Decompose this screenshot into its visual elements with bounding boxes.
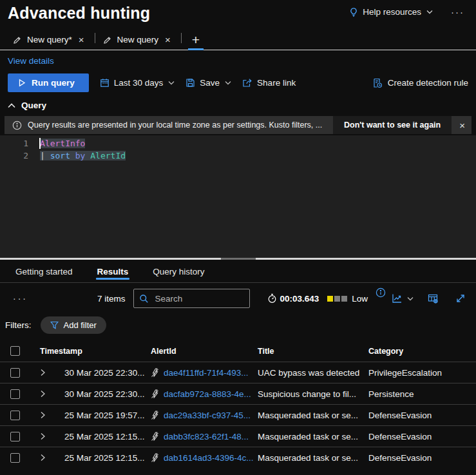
query-tab-strip: New query* × New query × + (0, 30, 476, 50)
row-checkbox[interactable] (10, 411, 20, 420)
table-row[interactable]: 25 Mar 2025 19:57... dac29a33bf-c937-45.… (0, 404, 476, 425)
text-caret (39, 138, 41, 149)
query-pencil-icon (103, 35, 112, 44)
column-header-category[interactable]: Category (368, 347, 476, 356)
cell-category: PrivilegeEscalation (368, 368, 476, 378)
line-code: AlertInfo (40, 137, 85, 150)
usage-square-on (327, 296, 333, 302)
resource-usage-indicator (327, 296, 347, 302)
banner-dismiss-button[interactable]: Don't want to see it again (333, 116, 452, 134)
flash-icon (151, 411, 159, 420)
duration-value: 00:03.643 (280, 294, 319, 304)
alert-id-link[interactable]: dabb3fc823-62f1-48... (164, 432, 249, 441)
chevron-up-icon (8, 103, 15, 108)
save-label: Save (200, 78, 220, 88)
line-number: 2 (0, 150, 40, 162)
resource-usage-label: Low (352, 294, 368, 304)
row-checkbox[interactable] (10, 453, 20, 463)
calendar-icon (100, 78, 109, 88)
cell-timestamp: 25 Mar 2025 12:15... (64, 432, 151, 441)
alert-id-link[interactable]: dac29a33bf-c937-45... (164, 411, 251, 420)
flash-icon (151, 368, 159, 378)
usage-info-icon[interactable] (376, 287, 386, 298)
table-row[interactable]: 30 Mar 2025 22:30... dae4f11ffd-71f4-493… (0, 362, 476, 383)
run-query-label: Run query (32, 78, 75, 88)
add-tab-button[interactable]: + (184, 34, 207, 50)
search-box[interactable] (133, 289, 250, 308)
time-range-dropdown[interactable]: Last 30 days (100, 78, 175, 88)
results-tab-query-history[interactable]: Query history (151, 267, 205, 282)
column-header-timestamp[interactable]: Timestamp (40, 347, 151, 356)
alert-id-link[interactable]: dacfab972a-8883-4e... (164, 389, 251, 399)
expand-row-chevron-icon[interactable] (40, 369, 49, 376)
alert-id-link[interactable]: dae4f11ffd-71f4-493... (164, 368, 249, 378)
items-count: 7 items (97, 294, 126, 304)
table-row[interactable]: 30 Mar 2025 22:30... dacfab972a-8883-4e.… (0, 383, 476, 404)
banner-close-icon[interactable]: × (452, 120, 471, 131)
more-options-button[interactable]: ··· (448, 6, 467, 17)
view-details-link[interactable]: View details (8, 56, 54, 66)
query-tab-label: New query (117, 35, 159, 44)
run-query-button[interactable]: Run query (8, 73, 89, 92)
filters-row: Filters: Add filter (0, 314, 476, 340)
query-section-toggle[interactable]: Query (8, 101, 468, 110)
stopwatch-icon (267, 293, 277, 304)
cell-timestamp: 25 Mar 2025 12:15... (64, 453, 151, 463)
table-row[interactable]: 25 Mar 2025 12:15... dabb3fc823-62f1-48.… (0, 425, 476, 447)
customize-columns-icon[interactable] (428, 293, 439, 304)
results-view-icons (392, 293, 466, 304)
expand-view-icon[interactable] (455, 293, 466, 304)
column-header-title[interactable]: Title (258, 347, 368, 356)
chart-view-dropdown[interactable] (392, 293, 414, 304)
cell-title: UAC bypass was detected (258, 368, 368, 378)
close-tab-icon[interactable]: × (77, 35, 86, 44)
alert-id-link[interactable]: dab1614ad3-4396-4c... (164, 453, 254, 463)
line-code: | sort by AlertId (40, 150, 126, 162)
cell-category: DefenseEvasion (368, 432, 476, 441)
close-tab-icon[interactable]: × (164, 35, 172, 44)
page-title: Advanced hunting (8, 4, 150, 23)
share-icon (242, 78, 252, 88)
chevron-down-icon (407, 296, 414, 301)
line-chart-icon (392, 293, 403, 304)
search-input[interactable] (154, 293, 231, 304)
cell-title: Masqueraded task or se... (258, 453, 368, 463)
expand-row-chevron-icon[interactable] (40, 411, 49, 419)
query-tab[interactable]: New query* × (8, 35, 92, 50)
tab-separator (95, 33, 95, 43)
results-tab-getting-started[interactable]: Getting started (14, 267, 74, 282)
splitter-grip-handle[interactable] (221, 258, 256, 260)
cell-category: Persistence (368, 389, 476, 399)
save-dropdown[interactable]: Save (186, 78, 231, 88)
header-actions: Help resources ··· (348, 6, 467, 17)
results-tab-results[interactable]: Results (96, 267, 130, 282)
query-section-label: Query (21, 101, 46, 110)
flash-icon (151, 453, 159, 463)
expand-row-chevron-icon[interactable] (40, 432, 49, 440)
add-filter-button[interactable]: Add filter (41, 316, 106, 334)
column-header-alertid[interactable]: AlertId (151, 347, 258, 356)
cell-timestamp: 25 Mar 2025 19:57... (64, 411, 151, 420)
expand-row-chevron-icon[interactable] (40, 390, 49, 398)
table-row[interactable]: 25 Mar 2025 12:15... dab1614ad3-4396-4c.… (0, 447, 476, 468)
create-detection-rule-button[interactable]: Create detection rule (372, 78, 468, 88)
table-header-row: Timestamp AlertId Title Category (0, 340, 476, 362)
row-checkbox[interactable] (10, 368, 20, 378)
select-all-checkbox[interactable] (10, 346, 20, 356)
query-editor[interactable]: 1 AlertInfo 2 | sort by AlertId (0, 135, 476, 258)
chevron-down-icon (426, 10, 433, 14)
page-header: Advanced hunting Help resources ··· (0, 0, 476, 23)
query-tab[interactable]: New query × (98, 35, 178, 50)
expand-row-chevron-icon[interactable] (40, 454, 49, 461)
results-overflow-button[interactable]: ··· (13, 293, 28, 304)
query-pencil-icon (13, 35, 22, 44)
add-filter-label: Add filter (64, 320, 97, 330)
row-checkbox[interactable] (10, 389, 20, 399)
chevron-down-icon (168, 81, 175, 85)
help-resources-button[interactable]: Help resources (348, 7, 433, 17)
line-number: 1 (0, 137, 40, 150)
row-checkbox[interactable] (10, 432, 20, 441)
share-link-button[interactable]: Share link (242, 78, 296, 88)
active-tab-underline (188, 48, 204, 50)
plus-icon: + (192, 32, 200, 47)
